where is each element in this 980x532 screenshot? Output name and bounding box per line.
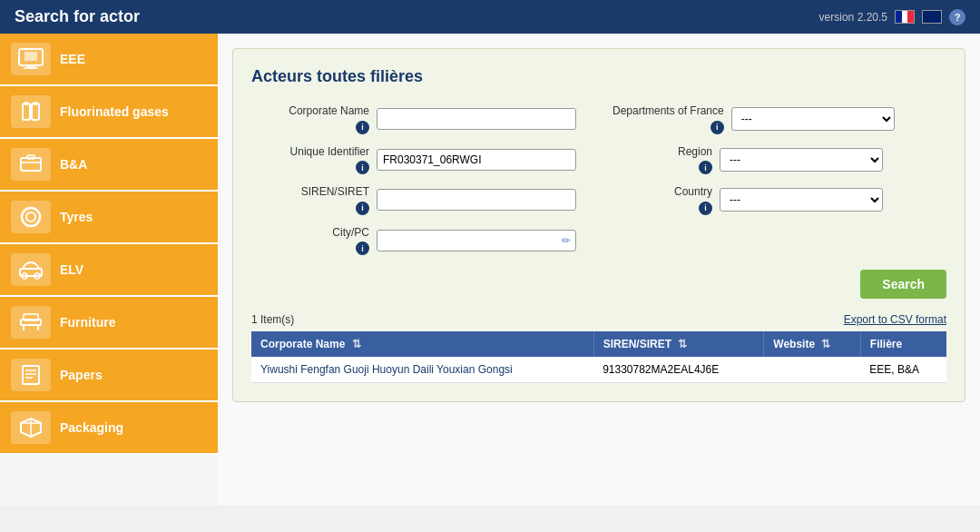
country-row: Country i --- bbox=[612, 185, 946, 215]
sidebar-item-fluorinated[interactable]: Fluorinated gases bbox=[0, 86, 218, 139]
th-filiere-label: Filière bbox=[870, 338, 902, 350]
departments-info-icon[interactable]: i bbox=[710, 121, 724, 134]
city-pc-edit-icon[interactable]: ✏ bbox=[562, 234, 571, 247]
corporate-name-label: Corporate Name bbox=[251, 104, 369, 119]
departments-select[interactable]: --- bbox=[731, 107, 895, 131]
content-box: Acteurs toutes filières Corporate Name i bbox=[232, 48, 965, 402]
packaging-icon bbox=[11, 411, 51, 444]
flag-fr-icon[interactable] bbox=[895, 10, 915, 24]
sidebar-item-packaging[interactable]: Packaging bbox=[0, 402, 218, 455]
fluorinated-icon bbox=[11, 95, 51, 128]
sidebar-label-elv: ELV bbox=[60, 262, 83, 277]
table-header-row: Corporate Name ⇅ SIREN/SIRET ⇅ Website ⇅ bbox=[251, 331, 946, 357]
city-pc-label: City/PC bbox=[251, 226, 369, 241]
city-pc-info-icon[interactable]: i bbox=[356, 241, 369, 255]
papers-icon bbox=[11, 359, 51, 391]
region-info-icon[interactable]: i bbox=[699, 161, 712, 174]
th-filiere[interactable]: Filière bbox=[860, 331, 946, 357]
city-pc-row: City/PC i ✏ bbox=[251, 226, 585, 256]
sidebar-item-elv[interactable]: ELV bbox=[0, 244, 218, 297]
svg-rect-5 bbox=[32, 103, 39, 120]
sidebar-label-furniture: Furniture bbox=[60, 315, 115, 330]
unique-identifier-info-icon[interactable]: i bbox=[356, 161, 369, 174]
svg-rect-6 bbox=[24, 102, 28, 105]
th-corporate-name-label: Corporate Name bbox=[260, 338, 345, 350]
td-corporate-name: Yiwushi Fengfan Guoji Huoyun Daili Youxi… bbox=[251, 357, 593, 383]
results-meta: 1 Item(s) Export to CSV format bbox=[251, 313, 946, 326]
sidebar-item-furniture[interactable]: Furniture bbox=[0, 297, 218, 350]
elv-icon bbox=[11, 253, 51, 286]
results-table: Corporate Name ⇅ SIREN/SIRET ⇅ Website ⇅ bbox=[251, 331, 946, 383]
svg-rect-3 bbox=[24, 67, 38, 69]
siren-siret-input[interactable] bbox=[377, 189, 576, 211]
sidebar-item-eee[interactable]: EEE bbox=[0, 34, 218, 86]
country-label: Country bbox=[612, 185, 712, 200]
th-website[interactable]: Website ⇅ bbox=[764, 331, 861, 357]
main-layout: EEE Fluorinated gases B&A bbox=[0, 34, 980, 506]
corporate-name-info-icon[interactable]: i bbox=[356, 121, 369, 134]
svg-rect-13 bbox=[20, 269, 42, 276]
unique-identifier-input[interactable] bbox=[377, 149, 576, 171]
sidebar-label-tyres: Tyres bbox=[60, 210, 93, 224]
country-info-icon[interactable]: i bbox=[699, 202, 712, 215]
svg-point-11 bbox=[22, 208, 40, 226]
city-pc-input[interactable] bbox=[377, 230, 576, 251]
city-pc-input-wrapper: ✏ bbox=[377, 230, 576, 251]
flag-uk-icon[interactable] bbox=[922, 10, 942, 24]
corporate-name-row: Corporate Name i bbox=[251, 104, 585, 134]
departments-row: Departments of France i --- bbox=[612, 104, 946, 134]
page-title: Search for actor bbox=[15, 7, 140, 26]
svg-rect-7 bbox=[34, 102, 37, 105]
results-count: 1 Item(s) bbox=[251, 313, 294, 326]
region-row: Region i --- bbox=[612, 145, 946, 175]
td-siren-siret: 91330782MA2EAL4J6E bbox=[593, 357, 764, 383]
sidebar-item-ba[interactable]: B&A bbox=[0, 139, 218, 192]
export-csv-link[interactable]: Export to CSV format bbox=[844, 313, 946, 326]
header: Search for actor version 2.20.5 ? bbox=[0, 0, 980, 34]
svg-point-12 bbox=[26, 212, 35, 222]
th-siren-siret-label: SIREN/SIRET bbox=[603, 338, 671, 350]
table-row: Yiwushi Fengfan Guoji Huoyun Daili Youxi… bbox=[251, 357, 946, 383]
siren-siret-info-icon[interactable]: i bbox=[356, 202, 369, 215]
sidebar-label-eee: EEE bbox=[60, 52, 85, 66]
svg-rect-8 bbox=[21, 158, 41, 171]
furniture-icon bbox=[11, 306, 51, 339]
td-filiere: EEE, B&A bbox=[860, 357, 946, 383]
sort-icon-siren: ⇅ bbox=[678, 338, 687, 350]
th-siren-siret[interactable]: SIREN/SIRET ⇅ bbox=[593, 331, 764, 357]
tyres-icon bbox=[11, 201, 51, 233]
search-button[interactable]: Search bbox=[860, 270, 946, 299]
td-website bbox=[764, 357, 861, 383]
unique-identifier-row: Unique Identifier i bbox=[251, 145, 585, 175]
corporate-name-input[interactable] bbox=[377, 108, 576, 130]
svg-rect-1 bbox=[24, 52, 37, 61]
eee-icon bbox=[11, 43, 51, 75]
siren-siret-label: SIREN/SIRET bbox=[251, 185, 369, 200]
header-right: version 2.20.5 ? bbox=[819, 9, 965, 25]
sidebar-item-tyres[interactable]: Tyres bbox=[0, 192, 218, 244]
th-website-label: Website bbox=[773, 338, 815, 350]
search-btn-row: Search bbox=[251, 270, 946, 299]
region-select[interactable]: --- bbox=[720, 148, 883, 172]
content-area: Acteurs toutes filières Corporate Name i bbox=[218, 34, 980, 506]
help-icon[interactable]: ? bbox=[949, 9, 965, 25]
departments-label: Departments of France bbox=[612, 104, 724, 119]
siren-siret-row: SIREN/SIRET i bbox=[251, 185, 585, 215]
form-left: Corporate Name i Unique Identifier i bbox=[251, 104, 585, 255]
section-title: Acteurs toutes filières bbox=[251, 67, 946, 86]
version-text: version 2.20.5 bbox=[819, 11, 887, 24]
sort-icon-corporate: ⇅ bbox=[352, 338, 361, 350]
region-label: Region bbox=[612, 145, 712, 160]
sidebar-item-papers[interactable]: Papers bbox=[0, 350, 218, 402]
sidebar: EEE Fluorinated gases B&A bbox=[0, 34, 218, 506]
sidebar-label-fluorinated: Fluorinated gases bbox=[60, 104, 169, 119]
svg-rect-20 bbox=[23, 366, 39, 384]
results-section: 1 Item(s) Export to CSV format Corporate… bbox=[251, 313, 946, 383]
form-right: Departments of France i --- Region i bbox=[612, 104, 946, 255]
svg-rect-4 bbox=[23, 103, 30, 120]
ba-icon bbox=[11, 148, 51, 181]
country-select[interactable]: --- bbox=[720, 188, 883, 212]
sidebar-label-packaging: Packaging bbox=[60, 420, 123, 435]
sidebar-label-papers: Papers bbox=[60, 368, 103, 382]
th-corporate-name[interactable]: Corporate Name ⇅ bbox=[251, 331, 593, 357]
